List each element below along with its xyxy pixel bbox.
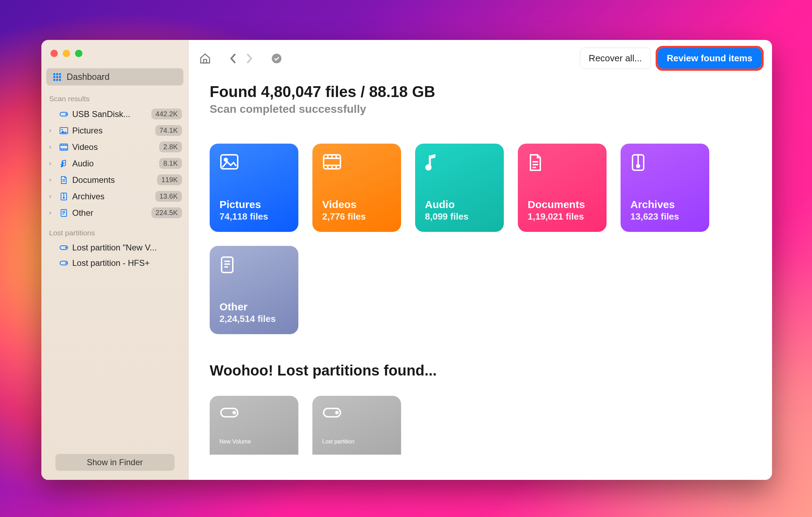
audio-icon	[425, 153, 494, 172]
document-icon	[528, 153, 597, 172]
card-subtitle: 74,118 files	[219, 211, 289, 222]
review-found-items-button[interactable]: Review found items	[658, 48, 762, 69]
sidebar-item-videos[interactable]: › Videos 2.8K	[41, 139, 188, 155]
card-title: Pictures	[219, 199, 289, 211]
sidebar-item-archives[interactable]: › Archives 13.6K	[41, 188, 188, 205]
svg-rect-0	[53, 73, 55, 75]
sidebar-footer: Show in Finder	[41, 448, 188, 480]
fullscreen-window-button[interactable]	[75, 50, 82, 57]
svg-point-12	[61, 129, 63, 130]
sidebar: Dashboard Scan results USB SanDisk... 44…	[41, 40, 189, 480]
svg-rect-3	[53, 76, 55, 78]
svg-rect-4	[56, 76, 58, 78]
category-cards: Pictures 74,118 files Videos 2,776 files	[210, 144, 751, 334]
archive-icon	[630, 153, 699, 172]
count-badge: 8.1K	[159, 158, 182, 169]
sidebar-section-scan-results: Scan results	[41, 87, 188, 106]
svg-rect-7	[56, 79, 58, 81]
svg-rect-36	[204, 59, 207, 63]
svg-point-27	[63, 197, 65, 198]
sidebar-item-audio[interactable]: › Audio 8.1K	[41, 155, 188, 172]
home-icon[interactable]	[199, 53, 211, 64]
chevron-right-icon: ›	[49, 209, 55, 216]
card-other[interactable]: Other 2,24,514 files	[210, 246, 298, 334]
count-badge: 119K	[157, 174, 182, 185]
recover-all-button[interactable]: Recover all...	[580, 48, 651, 69]
drive-icon	[59, 111, 69, 118]
forward-icon	[245, 53, 254, 64]
page-subtitle: Scan completed successfully	[210, 103, 751, 116]
svg-rect-6	[53, 79, 55, 81]
sidebar-section-lost-partitions: Lost partitions	[41, 221, 188, 240]
sidebar-item-documents[interactable]: › Documents 119K	[41, 172, 188, 188]
card-title: Audio	[425, 199, 494, 211]
minimize-window-button[interactable]	[63, 50, 70, 57]
other-icon	[219, 256, 289, 275]
archive-icon	[59, 192, 69, 201]
sidebar-item-other[interactable]: › Other 224.5K	[41, 205, 188, 221]
card-subtitle: 1,19,021 files	[528, 211, 597, 222]
card-videos[interactable]: Videos 2,776 files	[312, 144, 401, 232]
checkmark-circle-icon[interactable]	[271, 53, 282, 64]
content: Found 4,80,047 files / 88.18 GB Scan com…	[189, 76, 772, 455]
svg-rect-8	[59, 79, 61, 81]
card-archives[interactable]: Archives 13,623 files	[621, 144, 709, 232]
card-title: Videos	[322, 199, 391, 211]
svg-point-55	[637, 165, 640, 167]
sidebar-item-dashboard[interactable]: Dashboard	[46, 68, 183, 85]
count-badge: 224.5K	[151, 207, 182, 218]
chevron-right-icon: ›	[49, 193, 55, 200]
count-badge: 74.1K	[155, 125, 182, 136]
sidebar-item-label: Dashboard	[67, 72, 109, 82]
sidebar-item-usb[interactable]: USB SanDisk... 442.2K	[41, 106, 188, 122]
other-icon	[59, 209, 69, 217]
count-badge: 13.6K	[155, 191, 182, 202]
main-area: Recover all... Review found items Found …	[189, 40, 772, 480]
toolbar: Recover all... Review found items	[189, 40, 772, 76]
svg-rect-2	[59, 73, 61, 75]
card-lost-partition-generic[interactable]: Lost partition	[312, 396, 401, 455]
drive-icon	[59, 244, 69, 251]
show-in-finder-button[interactable]: Show in Finder	[55, 454, 175, 471]
svg-point-39	[224, 158, 227, 161]
app-window: Dashboard Scan results USB SanDisk... 44…	[41, 40, 772, 480]
page-title: Found 4,80,047 files / 88.18 GB	[210, 83, 751, 101]
sidebar-item-label: USB SanDisk...	[72, 109, 148, 119]
sidebar-item-label: Lost partition - HFS+	[72, 258, 182, 268]
sidebar-item-label: Audio	[72, 159, 156, 168]
sidebar-item-lost-partition-2[interactable]: Lost partition - HFS+	[41, 255, 188, 271]
sidebar-item-label: Other	[72, 208, 148, 218]
svg-point-33	[66, 247, 67, 248]
svg-rect-5	[59, 76, 61, 78]
count-badge: 442.2K	[151, 109, 182, 119]
svg-point-37	[272, 54, 282, 63]
sidebar-item-label: Videos	[72, 142, 156, 152]
back-icon[interactable]	[229, 53, 238, 64]
lost-partition-cards: New Volume Lost partition	[210, 396, 751, 455]
card-audio[interactable]: Audio 8,099 files	[415, 144, 504, 232]
close-window-button[interactable]	[50, 50, 58, 57]
svg-point-61	[233, 412, 235, 414]
lost-partitions-title: Woohoo! Lost partitions found...	[210, 362, 751, 379]
drive-icon	[322, 406, 391, 420]
card-pictures[interactable]: Pictures 74,118 files	[210, 144, 298, 232]
card-title: Lost partition	[322, 439, 391, 445]
document-icon	[59, 176, 69, 184]
svg-point-49	[425, 164, 432, 171]
card-subtitle: 2,24,514 files	[219, 313, 289, 324]
svg-point-22	[61, 165, 63, 167]
picture-icon	[59, 127, 69, 134]
card-subtitle: 13,623 files	[630, 211, 699, 222]
card-lost-partition-new-volume[interactable]: New Volume	[210, 396, 298, 455]
card-title: Archives	[630, 199, 699, 211]
picture-icon	[219, 153, 289, 172]
count-badge: 2.8K	[159, 142, 182, 152]
svg-point-63	[336, 412, 338, 414]
sidebar-item-pictures[interactable]: › Pictures 74.1K	[41, 122, 188, 139]
card-title: Documents	[528, 199, 597, 211]
card-title: Other	[219, 301, 289, 313]
video-icon	[322, 153, 391, 172]
audio-icon	[59, 159, 69, 168]
sidebar-item-lost-partition-1[interactable]: Lost partition "New V...	[41, 240, 188, 255]
card-documents[interactable]: Documents 1,19,021 files	[518, 144, 607, 232]
